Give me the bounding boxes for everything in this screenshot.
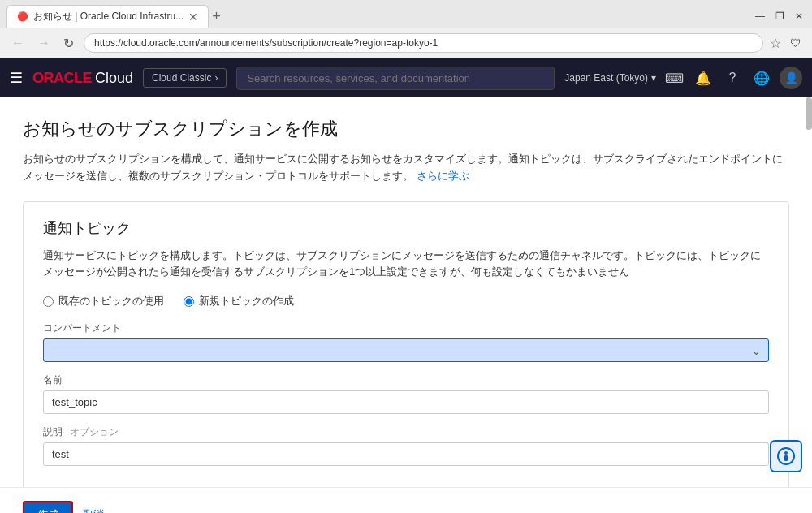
shield-icon[interactable]: 🛡: [788, 35, 804, 51]
bookmark-button[interactable]: ☆: [770, 36, 781, 51]
new-tab-button[interactable]: +: [212, 8, 221, 25]
maximize-button[interactable]: ❐: [773, 10, 786, 23]
page-content: お知らせのサブスクリプションを作成 お知らせのサブスクリプションを構成して、通知…: [0, 97, 812, 487]
new-topic-label: 新規トピックの作成: [199, 294, 294, 308]
learn-more-link[interactable]: さらに学ぶ: [417, 170, 469, 182]
address-bar: ← → ↻ ☆ 🛡: [0, 28, 812, 58]
section-title-notification: 通知トピック: [43, 218, 769, 238]
tab-title: お知らせ | Oracle Cloud Infrastru...: [33, 10, 184, 24]
cloud-shell-button[interactable]: ⌨: [663, 67, 685, 89]
name-field-group: 名前: [43, 373, 769, 414]
forward-button[interactable]: →: [34, 34, 54, 52]
existing-topic-label: 既存のトピックの使用: [58, 294, 164, 308]
footer-actions: 作成 取消: [0, 487, 812, 513]
create-button[interactable]: 作成: [23, 501, 73, 513]
new-topic-radio[interactable]: [184, 296, 194, 307]
name-label: 名前: [43, 373, 769, 387]
svg-point-1: [784, 451, 788, 455]
tab-bar: 🔴 お知らせ | Oracle Cloud Infrastru... ✕ + —…: [0, 0, 812, 28]
hamburger-menu-button[interactable]: ☰: [10, 69, 23, 87]
oracle-text: ORACLE: [32, 70, 92, 87]
notification-topic-section: 通知トピック 通知サービスにトピックを構成します。トピックは、サブスクリプション…: [23, 201, 789, 487]
compartment-select[interactable]: [43, 338, 769, 362]
app-header: ☰ ORACLE Cloud Cloud Classic › Japan Eas…: [0, 58, 812, 97]
radio-existing-topic[interactable]: 既存のトピックの使用: [43, 294, 164, 308]
minimize-button[interactable]: —: [754, 10, 767, 23]
page-title: お知らせのサブスクリプションを作成: [23, 117, 789, 141]
header-search-input[interactable]: [236, 67, 555, 90]
cloud-text: Cloud: [95, 70, 133, 87]
header-right: Japan East (Tokyo) ▾ ⌨ 🔔 ? 🌐 👤: [564, 67, 802, 89]
description-label: 説明 オプション: [43, 425, 769, 439]
optional-label: オプション: [70, 426, 119, 438]
cloud-classic-label: Cloud Classic: [152, 72, 211, 84]
tab-close-button[interactable]: ✕: [188, 11, 198, 24]
url-input[interactable]: [84, 33, 763, 53]
extension-icons: 🛡: [788, 35, 804, 51]
scroll-indicator[interactable]: [806, 97, 812, 130]
notification-bell-icon[interactable]: 🔔: [692, 67, 715, 89]
active-tab[interactable]: 🔴 お知らせ | Oracle Cloud Infrastru... ✕: [6, 5, 209, 28]
region-chevron-icon: ▾: [651, 72, 656, 84]
browser-chrome: 🔴 お知らせ | Oracle Cloud Infrastru... ✕ + —…: [0, 0, 812, 58]
close-button[interactable]: ✕: [793, 10, 806, 23]
region-selector[interactable]: Japan East (Tokyo) ▾: [564, 72, 656, 84]
region-label: Japan East (Tokyo): [564, 72, 648, 84]
description-input[interactable]: [43, 442, 769, 466]
name-input[interactable]: [43, 390, 769, 414]
cloud-classic-chevron-icon: ›: [214, 72, 218, 84]
refresh-button[interactable]: ↻: [60, 34, 77, 53]
language-globe-icon[interactable]: 🌐: [750, 67, 773, 89]
topic-radio-group: 既存のトピックの使用 新規トピックの作成: [43, 294, 769, 308]
cloud-classic-button[interactable]: Cloud Classic ›: [143, 68, 227, 88]
help-button[interactable]: ?: [721, 67, 744, 89]
help-float-button[interactable]: [770, 440, 802, 472]
page-description: お知らせのサブスクリプションを構成して、通知サービスに公開するお知らせをカスタマ…: [23, 151, 789, 185]
existing-topic-radio[interactable]: [43, 296, 54, 307]
compartment-field-group: コンパートメント: [43, 321, 769, 362]
oracle-logo: ORACLE Cloud: [32, 70, 133, 87]
section-description: 通知サービスにトピックを構成します。トピックは、サブスクリプションにメッセージを…: [43, 248, 769, 282]
description-field-group: 説明 オプション: [43, 425, 769, 466]
tab-favicon: 🔴: [17, 11, 28, 22]
user-avatar[interactable]: 👤: [780, 67, 802, 89]
back-button[interactable]: ←: [8, 34, 28, 52]
compartment-label: コンパートメント: [43, 321, 769, 335]
radio-new-topic[interactable]: 新規トピックの作成: [184, 294, 294, 308]
svg-rect-2: [784, 455, 788, 461]
page-description-text: お知らせのサブスクリプションを構成して、通知サービスに公開するお知らせをカスタマ…: [23, 153, 783, 182]
window-controls: — ❐ ✕: [754, 10, 806, 23]
cancel-button[interactable]: 取消: [83, 507, 104, 513]
compartment-select-wrapper: [43, 338, 769, 362]
